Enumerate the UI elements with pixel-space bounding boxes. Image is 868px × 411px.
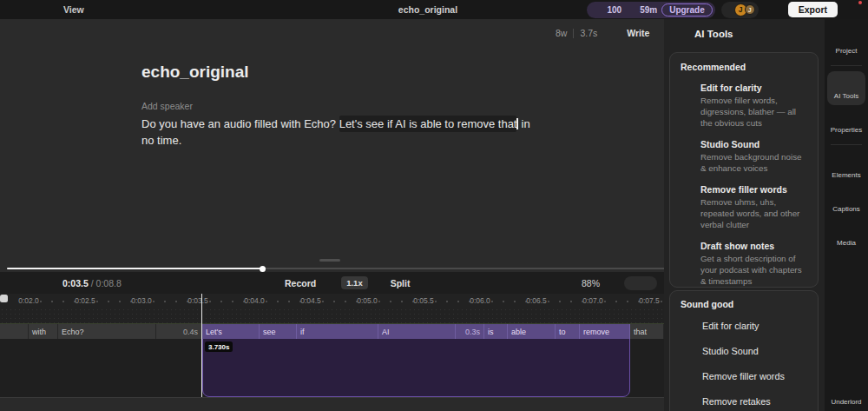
zoom-in-button[interactable]: [607, 278, 617, 288]
transcript-selected-text[interactable]: Let's see if AI is able to remove that: [339, 116, 517, 132]
sidebar-item-label: Properties: [831, 126, 862, 134]
sidebar-divider: [831, 144, 862, 145]
ruler-tick-label: 0:06.5: [526, 296, 547, 305]
play-button[interactable]: [324, 278, 333, 288]
ruler-minor-tick: [96, 301, 98, 302]
document-icon: [681, 242, 693, 254]
word-segment[interactable]: that: [630, 324, 664, 339]
ai-tool-item[interactable]: Remove filler wordsRemove uhms, uhs, rep…: [670, 178, 818, 235]
avatar-small[interactable]: J: [745, 4, 755, 15]
word-segment[interactable]: see: [260, 324, 297, 339]
gap-segment[interactable]: [0, 324, 29, 339]
scrubber-progress: [7, 268, 262, 269]
mic-sparkle-icon: [681, 140, 693, 152]
sidebar-item-project[interactable]: Project: [827, 26, 865, 60]
write-button[interactable]: Write: [612, 28, 649, 38]
word-segment[interactable]: 0.3s: [456, 324, 484, 339]
playhead-handle[interactable]: [0, 295, 8, 302]
sound-good-item[interactable]: Studio Sound: [670, 338, 818, 363]
ruler-minor-tick: [548, 301, 549, 302]
document-title[interactable]: echo_original: [141, 63, 249, 82]
upgrade-button[interactable]: Upgrade: [661, 3, 713, 17]
menu-button[interactable]: [26, 2, 43, 17]
zoom-level[interactable]: 88%: [582, 278, 600, 288]
home-icon: [9, 4, 19, 15]
scrubber-handle[interactable]: [260, 266, 266, 272]
export-button[interactable]: Export: [788, 2, 838, 17]
title-chevron-down-icon[interactable]: [461, 5, 470, 14]
word-segment[interactable]: remove: [580, 324, 630, 339]
word-segment[interactable]: able: [508, 324, 556, 339]
ruler-minor-tick: [491, 301, 493, 302]
word-segment[interactable]: Let's: [202, 324, 260, 339]
ruler-tick-label: 0:02.0: [18, 296, 39, 305]
sidebar-item-elements[interactable]: Elements: [827, 150, 865, 184]
write-button-label: Write: [627, 28, 649, 38]
word-segment[interactable]: AI: [378, 324, 456, 339]
help-button[interactable]: [844, 2, 861, 17]
zoom-out-button[interactable]: [564, 278, 575, 288]
sound-good-item-label: Remove retakes: [702, 396, 771, 407]
split-label: Split: [391, 278, 411, 288]
ai-tool-item[interactable]: Edit for clarityRemove filler words, dig…: [670, 76, 818, 133]
project-title[interactable]: echo_original: [398, 4, 457, 15]
word-segment[interactable]: to: [556, 324, 580, 339]
sound-good-items: Edit for clarityStudio SoundRemove fille…: [670, 313, 818, 411]
view-menu-label: View: [63, 4, 84, 15]
chevron-down-icon: [87, 5, 95, 14]
close-recommended-button[interactable]: [797, 61, 809, 73]
word-segment[interactable]: is: [484, 324, 508, 339]
sound-good-item[interactable]: Edit for clarity: [670, 313, 818, 338]
ruler-minor-tick: [266, 301, 267, 302]
sidebar-item-underlord[interactable]: Underlord: [827, 377, 865, 411]
chat-bubble-icon: [767, 4, 779, 16]
ai-panel-header: AI Tools: [664, 19, 825, 46]
playhead-line[interactable]: [201, 294, 202, 397]
word-segment[interactable]: Echo?: [58, 324, 156, 339]
sidebar-item-ai-tools[interactable]: AI Tools: [827, 71, 865, 105]
ruler-minor-tick: [435, 301, 437, 302]
word-segment[interactable]: with: [29, 324, 58, 339]
ai-tool-item[interactable]: Draft show notesGet a short description …: [670, 235, 818, 288]
coin-icon: [593, 5, 602, 15]
undo-button[interactable]: [102, 2, 120, 17]
sidebar-items: ProjectAI ToolsPropertiesElementsCaption…: [825, 26, 868, 252]
credits-pill[interactable]: 100 59m Upgrade: [587, 2, 714, 18]
topbar: View echo_original 100 59m Upgrade J J: [0, 0, 868, 19]
view-menu-button[interactable]: View: [47, 4, 99, 15]
sound-good-item[interactable]: Remove retakes: [670, 388, 818, 411]
sidebar-item-label: AI Tools: [834, 92, 858, 100]
sidebar-item-media[interactable]: Media: [827, 218, 865, 252]
filler-word-icon: [681, 185, 693, 197]
playback-speed-button[interactable]: 1.1x: [341, 276, 368, 289]
ai-tool-title: Edit for clarity: [700, 83, 809, 93]
transcript-segment[interactable]: Do you have an audio filled with Echo?: [141, 117, 339, 130]
pen-strike-icon: [681, 83, 693, 96]
timeline-zoom-controls: 88%: [564, 272, 657, 294]
layout-icon: [50, 4, 61, 15]
write-pen-icon: [612, 28, 622, 38]
word-segment[interactable]: 0.4s: [156, 324, 202, 339]
pointer-tool-button[interactable]: [624, 276, 657, 290]
home-button[interactable]: [5, 2, 23, 17]
skip-forward-icon[interactable]: [25, 278, 36, 288]
record-icon: [269, 277, 280, 288]
split-button[interactable]: Split: [376, 278, 411, 288]
transcript-text[interactable]: Do you have an audio filled with Echo? L…: [141, 116, 532, 149]
sidebar-bottom: Underlord: [825, 377, 868, 411]
add-speaker-button[interactable]: Add speaker: [141, 101, 193, 111]
ruler-minor-tick: [164, 301, 166, 302]
marker-list-icon[interactable]: [43, 277, 55, 288]
sync-status-button[interactable]: [123, 2, 141, 17]
sidebar-item-properties[interactable]: Properties: [827, 105, 865, 139]
comments-button[interactable]: [765, 2, 782, 17]
word-segment[interactable]: if: [297, 324, 378, 339]
ai-tool-item[interactable]: Studio SoundRemove background noise & en…: [670, 133, 818, 178]
skip-back-icon[interactable]: [7, 278, 17, 288]
sidebar-item-captions[interactable]: Captions: [827, 184, 865, 218]
selection-duration-badge: 3.730s: [205, 341, 233, 352]
sound-good-item[interactable]: Remove filler words: [670, 363, 818, 388]
ruler-tick-label: 0:03.0: [131, 296, 152, 305]
record-button[interactable]: Record: [269, 277, 316, 288]
timeline-resize-handle[interactable]: [319, 259, 340, 262]
